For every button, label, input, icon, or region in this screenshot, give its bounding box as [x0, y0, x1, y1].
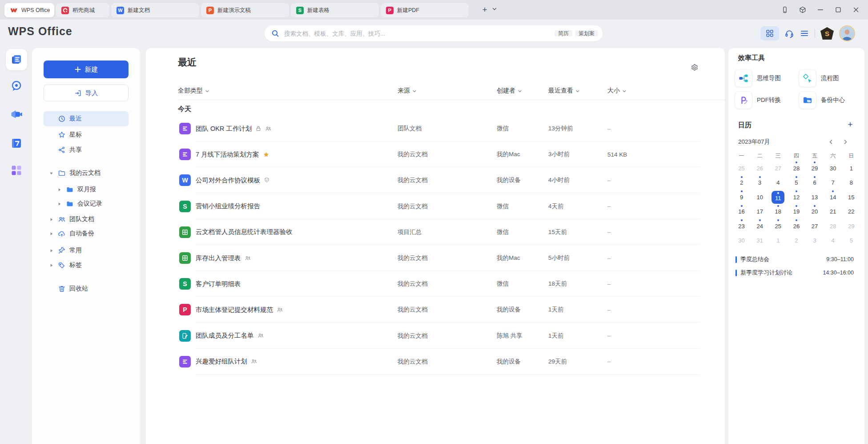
sidebar-item-团队文档[interactable]: 团队文档 — [44, 212, 129, 227]
sidebar-item-常用[interactable]: 常用 — [44, 243, 129, 258]
file-row[interactable]: 库存出入管理表我的云文档我的Mac5小时前– — [179, 245, 700, 271]
maximize-icon[interactable] — [832, 3, 845, 16]
caret-right-icon[interactable] — [49, 217, 53, 222]
calendar-day-22[interactable]: 22 — [842, 205, 860, 219]
file-row[interactable]: S营销小组业绩分析报告我的云文档微信4天前– — [179, 194, 700, 219]
tab-list-chevron-icon[interactable] — [492, 6, 497, 12]
vip-badge-icon[interactable]: S — [820, 27, 834, 40]
calendar-next-icon[interactable] — [841, 138, 849, 146]
calendar-day-20[interactable]: 20 — [806, 205, 824, 219]
calendar-day-4[interactable]: 4 — [769, 176, 787, 190]
calendar-day-24[interactable]: 24 — [751, 219, 769, 234]
caret-right-icon[interactable] — [49, 263, 53, 267]
filter-大小[interactable]: 大小 — [607, 85, 627, 96]
tab-new-pdf[interactable]: P新建PDF — [381, 3, 469, 17]
minimize-icon[interactable] — [814, 3, 827, 16]
calendar-day-29[interactable]: 29 — [806, 161, 824, 176]
search-bar[interactable]: 简历策划案 — [265, 25, 603, 41]
calendar-day-13[interactable]: 13 — [806, 190, 824, 205]
rail-item-calendar[interactable] — [10, 137, 23, 150]
filter-最近查看[interactable]: 最近查看 — [548, 85, 580, 96]
sidebar-item-回收站[interactable]: 回收站 — [44, 281, 129, 296]
calendar-day-27[interactable]: 27 — [806, 219, 824, 234]
support-headset-icon[interactable] — [784, 28, 794, 38]
search-input[interactable] — [283, 30, 552, 37]
file-row[interactable]: 7 月线下活动策划方案我的云文档我的Mac3小时前514 KB — [179, 141, 700, 167]
tab-new-document[interactable]: W新建文档 — [111, 3, 199, 17]
calendar-day-1[interactable]: 1 — [842, 161, 860, 176]
tab-new-spreadsheet[interactable]: S新建表格 — [291, 3, 379, 17]
close-icon[interactable] — [849, 3, 863, 16]
calendar-day-10[interactable]: 10 — [751, 190, 769, 205]
calendar-day-26[interactable]: 26 — [751, 161, 769, 176]
calendar-day-14[interactable]: 14 — [824, 190, 842, 205]
rail-item-documents[interactable] — [6, 49, 27, 70]
search-tag-chip[interactable]: 简历 — [555, 30, 572, 36]
filter-创建者[interactable]: 创建者 — [497, 85, 522, 96]
calendar-day-15[interactable]: 15 — [842, 190, 860, 205]
sidebar-item-我的云文档[interactable]: 我的云文档 — [44, 165, 129, 181]
send-to-mobile-icon[interactable] — [778, 3, 792, 16]
apps-grid-icon[interactable] — [760, 26, 779, 40]
calendar-day-23[interactable]: 23 — [732, 219, 751, 234]
calendar-day-3[interactable]: 3 — [751, 176, 769, 190]
settings-gear-icon[interactable] — [690, 63, 699, 72]
add-tab-button[interactable]: + — [479, 4, 490, 15]
tab-wps-office[interactable]: WPS Office — [4, 3, 54, 17]
filter-来源[interactable]: 来源 — [398, 85, 417, 96]
file-row[interactable]: 兴趣爱好组队计划我的云文档我的设备29天前– — [179, 349, 700, 375]
rail-item-meeting[interactable] — [10, 108, 23, 121]
sidebar-item-最近[interactable]: 最近 — [44, 111, 129, 126]
calendar-prev-icon[interactable] — [827, 138, 835, 146]
calendar-day-17[interactable]: 17 — [751, 205, 769, 219]
calendar-day-28[interactable]: 28 — [787, 161, 805, 176]
calendar-day-29[interactable]: 29 — [842, 219, 860, 234]
calendar-day-26[interactable]: 26 — [787, 219, 805, 234]
calendar-day-30[interactable]: 30 — [824, 161, 842, 176]
calendar-day-3[interactable]: 3 — [806, 234, 824, 248]
calendar-day-5[interactable]: 5 — [787, 176, 805, 190]
caret-right-icon[interactable] — [57, 187, 61, 192]
file-row[interactable]: 团队 OKR 工作计划团队文档微信13分钟前– — [179, 116, 700, 141]
calendar-day-2[interactable]: 2 — [787, 234, 805, 248]
sidebar-item-标签[interactable]: 标签 — [44, 258, 129, 273]
import-button[interactable]: 导入 — [44, 85, 129, 101]
tool-PDF转换[interactable]: PDF转换 — [735, 91, 781, 109]
calendar-day-12[interactable]: 12 — [787, 190, 805, 205]
caret-right-icon[interactable] — [57, 202, 61, 206]
workspace-icon[interactable] — [796, 3, 809, 16]
calendar-day-31[interactable]: 31 — [751, 234, 769, 248]
file-row[interactable]: S客户订单明细表我的云文档微信18天前– — [179, 271, 700, 297]
calendar-event[interactable]: 新季度学习计划讨论14:30–16:00 — [735, 268, 854, 278]
tool-备份中心[interactable]: 备份中心 — [799, 91, 845, 109]
calendar-event[interactable]: 季度总结会9:30–11:00 — [735, 254, 854, 264]
tab-docer-store[interactable]: 稻壳商城 — [56, 3, 109, 17]
calendar-day-8[interactable]: 8 — [842, 176, 860, 190]
calendar-day-9[interactable]: 9 — [732, 190, 751, 205]
file-row[interactable]: P市场主体登记提交材料规范我的云文档我的设备1天前– — [179, 297, 700, 323]
calendar-day-19[interactable]: 19 — [787, 205, 805, 219]
file-row[interactable]: W公司对外合作协议模板我的云文档我的设备4小时前– — [179, 167, 700, 193]
tool-思维导图[interactable]: 思维导图 — [735, 69, 781, 87]
calendar-day-11[interactable]: 11 — [769, 190, 787, 205]
file-row[interactable]: 团队成员及分工名单我的云文档陈旭 共享1天前– — [179, 323, 700, 349]
caret-right-icon[interactable] — [49, 248, 53, 253]
calendar-day-4[interactable]: 4 — [824, 234, 842, 248]
calendar-day-21[interactable]: 21 — [824, 205, 842, 219]
rail-item-apps[interactable] — [10, 164, 23, 177]
file-row[interactable]: 云文档管人员信息统计表理器验收项目汇总微信15天前– — [179, 219, 700, 245]
add-event-button[interactable]: + — [846, 120, 855, 129]
calendar-day-7[interactable]: 7 — [824, 176, 842, 190]
calendar-day-27[interactable]: 27 — [769, 161, 787, 176]
filter-全部类型[interactable]: 全部类型 — [178, 85, 209, 96]
calendar-day-18[interactable]: 18 — [769, 205, 787, 219]
caret-down-icon[interactable] — [49, 171, 53, 175]
sidebar-item-自动备份[interactable]: 自动备份 — [44, 226, 129, 241]
calendar-day-2[interactable]: 2 — [732, 176, 751, 190]
tool-流程图[interactable]: 流程图 — [799, 69, 839, 87]
caret-right-icon[interactable] — [49, 231, 53, 236]
calendar-day-30[interactable]: 30 — [732, 234, 751, 248]
calendar-day-25[interactable]: 25 — [732, 161, 751, 176]
calendar-day-16[interactable]: 16 — [732, 205, 751, 219]
sidebar-item-共享[interactable]: 共享 — [44, 142, 129, 157]
